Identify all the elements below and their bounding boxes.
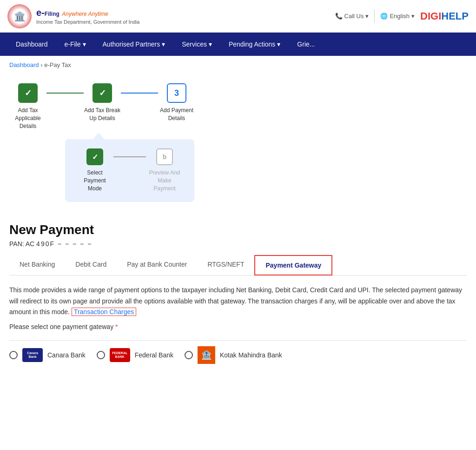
federal-logo: FEDERALBANK <box>110 348 130 362</box>
step-1-box: ✓ <box>18 83 38 103</box>
header: 🏛️ e-Filing Anywhere Anytime Income Tax … <box>0 0 476 33</box>
bank-option-canara[interactable]: CanaraBank Canara Bank <box>9 348 86 362</box>
stepper-main: ✓ Add Tax Applicable Details ✓ Add Tax B… <box>9 83 467 130</box>
nav-pending-chevron: ▾ <box>277 40 280 48</box>
help-text: HELP <box>441 10 469 22</box>
logo-emblem: 🏛️ <box>7 4 32 28</box>
call-us-chevron: ▾ <box>365 13 369 20</box>
step-1: ✓ Add Tax Applicable Details <box>9 83 46 130</box>
payment-gateway-content: This mode provides a wide range of payme… <box>0 275 476 340</box>
step-3-box: 3 <box>167 83 186 103</box>
radio-kotak[interactable] <box>185 351 193 359</box>
canara-logo: CanaraBank <box>22 348 43 362</box>
bank-option-federal[interactable]: FEDERALBANK Federal Bank <box>97 348 173 362</box>
tab-debit-card[interactable]: Debit Card <box>65 255 117 275</box>
nav-item-efile[interactable]: e-File ▾ <box>56 33 94 56</box>
payment-section: New Payment PAN: AC 490F − − − − − <box>0 218 476 248</box>
step-1-label: Add Tax Applicable Details <box>9 107 46 130</box>
nav-services-chevron: ▾ <box>209 40 212 48</box>
sub-connector <box>113 156 146 157</box>
globe-icon: 🌐 <box>380 13 388 20</box>
nav-authorised-label: Authorised Partners <box>103 40 160 48</box>
nav-item-grie[interactable]: Grie... <box>289 33 323 56</box>
language-label: English <box>390 13 410 20</box>
header-title: e-Filing Anywhere Anytime Income Tax Dep… <box>36 7 139 25</box>
nav-grie-label: Grie... <box>297 40 315 48</box>
nav-efile-chevron: ▾ <box>83 40 86 48</box>
pan-label: PAN: AC <box>9 240 34 248</box>
step-3-label: Add Payment Details <box>158 107 195 122</box>
step-2: ✓ Add Tax Break Up Details <box>84 83 121 122</box>
language-selector[interactable]: 🌐 English ▾ <box>380 13 415 20</box>
connector-1 <box>46 93 84 94</box>
pan-mask: 490F − − − − − <box>36 240 92 248</box>
substep-a: ✓ Select Payment Mode <box>76 148 113 192</box>
divider-vertical <box>374 9 375 23</box>
substep-a-box: ✓ <box>86 148 103 165</box>
phone-icon: 📞 <box>335 13 343 20</box>
nav-item-dashboard[interactable]: Dashboard <box>7 33 56 56</box>
nav-authorised-chevron: ▾ <box>162 40 165 48</box>
breadcrumb: Dashboard › e-Pay Tax <box>0 56 476 74</box>
call-us-button[interactable]: 📞 Call Us ▾ <box>335 13 369 20</box>
federal-label: Federal Bank <box>135 351 173 359</box>
breadcrumb-epay-tax: e-Pay Tax <box>44 61 71 68</box>
lang-chevron: ▾ <box>411 13 415 20</box>
nav-item-authorised-partners[interactable]: Authorised Partners ▾ <box>94 33 174 56</box>
step-2-box: ✓ <box>93 83 112 103</box>
digi-text: DIGI <box>420 10 441 22</box>
efiling-brand: e-Filing Anywhere Anytime <box>36 7 139 19</box>
required-star: * <box>115 323 118 330</box>
gateway-description: This mode provides a wide range of payme… <box>9 285 467 318</box>
header-left: 🏛️ e-Filing Anywhere Anytime Income Tax … <box>7 4 139 28</box>
header-right: 📞 Call Us ▾ 🌐 English ▾ DIGIHELP <box>335 9 469 23</box>
tab-rtgs-neft[interactable]: RTGS/NEFT <box>197 255 254 275</box>
transaction-charges-link[interactable]: Transaction Charges <box>72 308 136 316</box>
radio-federal[interactable] <box>97 351 105 359</box>
main-nav: Dashboard e-File ▾ Authorised Partners ▾… <box>0 33 476 56</box>
payment-title: New Payment <box>9 222 467 237</box>
canara-label: Canara Bank <box>47 351 86 359</box>
digi-help-logo: DIGIHELP <box>420 10 469 22</box>
bank-options: CanaraBank Canara Bank FEDERALBANK Feder… <box>0 341 476 369</box>
nav-dashboard-label: Dashboard <box>16 40 48 48</box>
stepper-outer: ✓ Add Tax Applicable Details ✓ Add Tax B… <box>0 74 476 218</box>
substep-b-label: Preview And Make Payment <box>146 169 183 192</box>
step-2-label: Add Tax Break Up Details <box>84 107 121 122</box>
kotak-label: Kotak Mahindra Bank <box>220 351 282 359</box>
connector-2 <box>121 93 158 94</box>
breadcrumb-separator: › <box>40 61 44 68</box>
radio-canara[interactable] <box>9 351 18 359</box>
substep-card: ✓ Select Payment Mode b Preview And Make… <box>65 139 194 201</box>
substep-b-box: b <box>156 148 173 165</box>
tab-pay-bank-counter[interactable]: Pay at Bank Counter <box>117 255 197 275</box>
bank-option-kotak[interactable]: 🏦 Kotak Mahindra Bank <box>185 346 282 364</box>
nav-efile-label: e-File <box>65 40 81 48</box>
nav-services-label: Services <box>182 40 207 48</box>
select-gateway-prompt: Please select one payment gateway * <box>9 322 467 333</box>
substep-a-label: Select Payment Mode <box>76 169 113 192</box>
call-us-label: Call Us <box>344 13 364 20</box>
pan-info: PAN: AC 490F − − − − − <box>9 240 467 248</box>
kotak-logo: 🏦 <box>198 346 215 364</box>
tab-payment-gateway[interactable]: Payment Gateway <box>254 255 332 275</box>
nav-pending-label: Pending Actions <box>229 40 275 48</box>
payment-tabs: Net Banking Debit Card Pay at Bank Count… <box>9 255 467 275</box>
substep-b: b Preview And Make Payment <box>146 148 183 192</box>
header-subtitle: Income Tax Department, Government of Ind… <box>36 19 139 25</box>
nav-item-services[interactable]: Services ▾ <box>173 33 220 56</box>
breadcrumb-dashboard[interactable]: Dashboard <box>9 61 39 68</box>
efiling-tagline: Anywhere Anytime <box>62 11 108 17</box>
step-3: 3 Add Payment Details <box>158 83 195 122</box>
nav-item-pending-actions[interactable]: Pending Actions ▾ <box>220 33 289 56</box>
tab-net-banking[interactable]: Net Banking <box>9 255 65 275</box>
